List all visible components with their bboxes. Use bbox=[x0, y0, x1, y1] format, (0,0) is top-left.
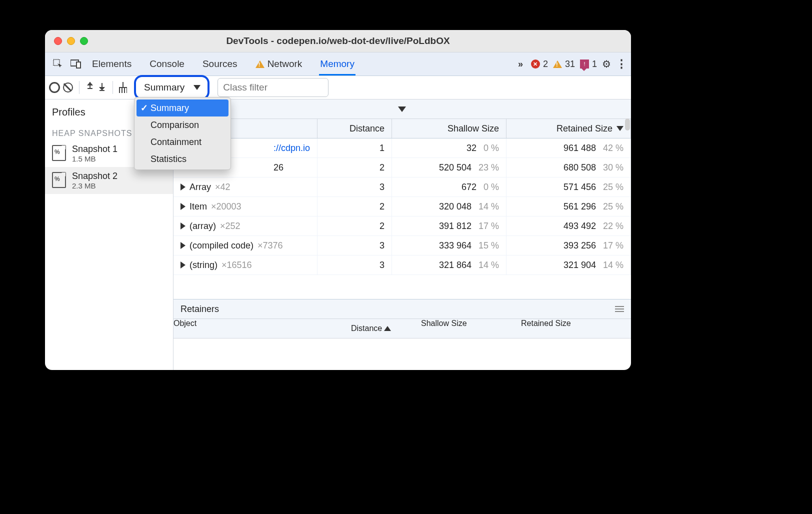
retained-cell: 393 25617 % bbox=[506, 236, 631, 255]
menu-item-containment[interactable]: Containment bbox=[136, 134, 228, 150]
table-row[interactable]: (array)×2522391 81217 %493 49222 % bbox=[174, 216, 631, 236]
toggle-device-icon[interactable] bbox=[67, 55, 85, 73]
constructor-name: Array bbox=[190, 182, 211, 192]
view-mode-selected: Summary bbox=[144, 82, 184, 93]
menu-item-summary[interactable]: Summary bbox=[136, 100, 228, 116]
snapshot-icon bbox=[52, 145, 66, 161]
shallow-cell: 520 50423 % bbox=[392, 158, 506, 177]
ret-col-retained[interactable]: Retained Size bbox=[521, 319, 631, 338]
menu-item-statistics[interactable]: Statistics bbox=[136, 150, 228, 168]
constructor-count: ×7376 bbox=[258, 240, 283, 251]
expand-icon[interactable] bbox=[180, 184, 186, 190]
distance-cell: 1 bbox=[318, 138, 392, 158]
constructor-name: (compiled code) bbox=[190, 240, 254, 251]
record-button[interactable] bbox=[49, 82, 60, 93]
shallow-cell: 6720 % bbox=[392, 178, 506, 196]
shallow-cell: 321 86414 % bbox=[392, 256, 506, 274]
table-body: ://cdpn.io1320 %961 48842 %262520 50423 … bbox=[174, 138, 631, 299]
window-title: DevTools - codepen.io/web-dot-dev/live/P… bbox=[45, 36, 631, 46]
shallow-cell: 333 96415 % bbox=[392, 236, 506, 255]
expand-icon[interactable] bbox=[180, 222, 186, 230]
more-options-icon[interactable]: ⋮ bbox=[616, 58, 627, 70]
retainers-title: Retainers bbox=[180, 304, 219, 314]
snapshot-item[interactable]: Snapshot 2 2.3 MB bbox=[45, 167, 173, 194]
constructor-name: (string) bbox=[190, 260, 218, 270]
retainers-body bbox=[174, 338, 631, 370]
save-profile-icon[interactable] bbox=[98, 83, 106, 92]
table-row[interactable]: (string)×165163321 86414 %321 90414 % bbox=[174, 256, 631, 275]
snapshot-name: Snapshot 2 bbox=[72, 171, 118, 182]
warning-count: 31 bbox=[565, 59, 575, 70]
tab-sources[interactable]: Sources bbox=[202, 52, 238, 76]
inspect-element-icon[interactable] bbox=[49, 55, 67, 73]
table-row[interactable]: ://cdpn.io1320 %961 48842 % bbox=[174, 138, 631, 158]
filter-dropdown-row[interactable] bbox=[174, 100, 631, 119]
profiles-toolbar: Summary Summary Comparison Containment S… bbox=[45, 76, 631, 100]
col-distance[interactable]: Distance bbox=[318, 119, 392, 138]
heap-table-panel: Constructor Distance Shallow Size Retain… bbox=[174, 100, 631, 370]
view-mode-menu: Summary Comparison Containment Statistic… bbox=[134, 97, 231, 170]
collect-garbage-icon[interactable] bbox=[119, 83, 127, 92]
ret-col-distance[interactable]: Distance bbox=[351, 319, 421, 338]
tab-network[interactable]: Network bbox=[254, 52, 304, 76]
issue-count: 1 bbox=[592, 59, 597, 70]
distance-cell: 3 bbox=[318, 256, 392, 274]
tab-network-label: Network bbox=[268, 58, 302, 70]
minimize-window-button[interactable] bbox=[67, 37, 75, 45]
expand-icon[interactable] bbox=[180, 262, 186, 268]
network-warning-icon bbox=[256, 60, 264, 68]
clear-all-button[interactable] bbox=[63, 82, 73, 92]
class-filter-input[interactable] bbox=[218, 78, 328, 97]
retained-cell: 321 90414 % bbox=[506, 256, 631, 274]
scroll-thumb[interactable] bbox=[625, 118, 630, 130]
constructor-name: ://cdpn.io bbox=[274, 143, 310, 154]
ret-col-distance-label: Distance bbox=[351, 324, 382, 333]
close-window-button[interactable] bbox=[54, 37, 62, 45]
zoom-window-button[interactable] bbox=[80, 37, 88, 45]
warning-icon bbox=[553, 60, 562, 68]
constructor-count: ×42 bbox=[215, 182, 230, 192]
col-retained[interactable]: Retained Size bbox=[506, 119, 631, 138]
constructor-count: ×252 bbox=[220, 221, 240, 232]
table-row[interactable]: 262520 50423 %680 50830 % bbox=[174, 158, 631, 178]
sort-asc-icon bbox=[384, 326, 391, 331]
col-retained-label: Retained Size bbox=[556, 124, 612, 134]
expand-icon[interactable] bbox=[180, 203, 186, 210]
settings-icon[interactable]: ⚙ bbox=[602, 58, 611, 70]
error-count-badge[interactable]: ✕ 2 bbox=[531, 59, 548, 70]
issue-count-badge[interactable]: ! 1 bbox=[580, 59, 597, 70]
view-mode-dropdown[interactable]: Summary bbox=[134, 75, 210, 100]
table-row[interactable]: Item×200032320 04814 %561 29625 % bbox=[174, 197, 631, 216]
titlebar: DevTools - codepen.io/web-dot-dev/live/P… bbox=[45, 30, 631, 52]
retained-cell: 571 45625 % bbox=[506, 178, 631, 196]
retained-cell: 561 29625 % bbox=[506, 197, 631, 216]
issue-icon: ! bbox=[580, 60, 589, 68]
constructor-count: ×16516 bbox=[222, 260, 252, 270]
ret-col-object[interactable]: Object bbox=[174, 319, 351, 338]
constructor-name: 26 bbox=[274, 162, 284, 173]
dropdown-caret-icon bbox=[194, 85, 200, 90]
ret-col-shallow[interactable]: Shallow Size bbox=[421, 319, 521, 338]
retained-cell: 493 49222 % bbox=[506, 216, 631, 236]
retainers-menu-icon[interactable] bbox=[615, 306, 624, 312]
snapshot-size: 2.3 MB bbox=[72, 182, 118, 190]
tab-memory[interactable]: Memory bbox=[319, 52, 356, 76]
snapshot-icon bbox=[52, 172, 66, 188]
table-row[interactable]: Array×4236720 %571 45625 % bbox=[174, 178, 631, 197]
distance-cell: 2 bbox=[318, 158, 392, 177]
menu-item-comparison[interactable]: Comparison bbox=[136, 116, 228, 134]
more-tabs-icon[interactable]: » bbox=[518, 59, 523, 70]
col-shallow[interactable]: Shallow Size bbox=[392, 119, 506, 138]
retained-cell: 961 48842 % bbox=[506, 138, 631, 158]
distance-cell: 3 bbox=[318, 236, 392, 255]
table-row[interactable]: (compiled code)×73763333 96415 %393 2561… bbox=[174, 236, 631, 256]
scrollbar[interactable] bbox=[625, 118, 630, 370]
expand-icon[interactable] bbox=[180, 242, 186, 249]
load-profile-icon[interactable] bbox=[86, 83, 94, 92]
chevron-down-icon bbox=[398, 106, 406, 112]
tab-console[interactable]: Console bbox=[148, 52, 186, 76]
svg-rect-2 bbox=[76, 62, 80, 68]
tab-elements[interactable]: Elements bbox=[91, 52, 132, 76]
shallow-cell: 320 % bbox=[392, 138, 506, 158]
warning-count-badge[interactable]: 31 bbox=[553, 59, 575, 70]
